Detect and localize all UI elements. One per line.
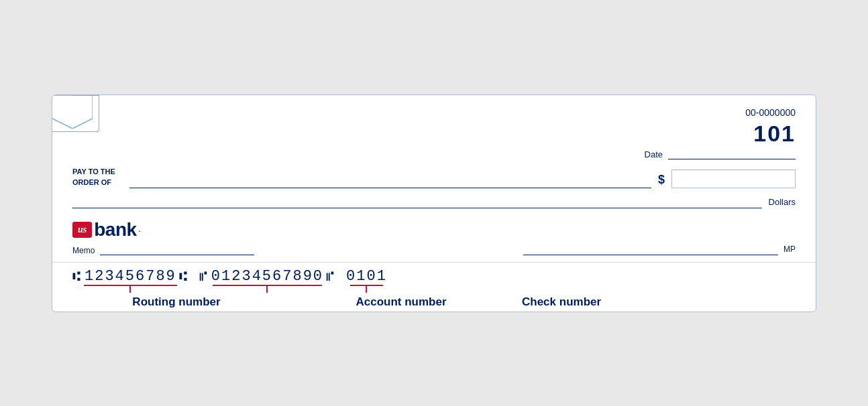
date-line: [668, 159, 796, 159]
dollar-sign: $: [658, 173, 665, 187]
account-end-symbol: ⑈: [326, 268, 335, 284]
usbank-logo: us bank.: [72, 219, 796, 241]
check-num-micr-digits: 0101: [346, 268, 387, 285]
amount-box: [671, 170, 796, 188]
bank-id: 00-0000000: [745, 107, 796, 118]
check: 00-0000000 101 Date PAY TO THE ORDER OF …: [52, 94, 816, 312]
routing-micr-group: ⑆ 123456789 ⑆: [72, 268, 188, 293]
pay-to-label: PAY TO THE ORDER OF: [72, 166, 123, 188]
account-start-symbol: ⑈: [199, 268, 209, 284]
routing-label: Routing number: [72, 295, 280, 309]
bank-text: bank: [94, 219, 136, 241]
payee-line: [129, 174, 651, 188]
check-number: 101: [753, 121, 796, 147]
account-label: Account number: [280, 295, 522, 309]
check-number-label: Check number: [522, 295, 601, 309]
routing-start-symbol: ⑆: [72, 268, 82, 284]
stub-icon: [52, 95, 93, 129]
account-digits: 01234567890: [211, 268, 323, 285]
logo-dot: .: [139, 226, 141, 233]
mp-label: MP: [783, 245, 796, 254]
check-micr-group: 0101: [346, 268, 387, 293]
dollars-label: Dollars: [769, 197, 796, 207]
account-micr-group: ⑈ 01234567890 ⑈: [199, 268, 335, 293]
routing-digits: 123456789: [85, 268, 176, 285]
routing-end-symbol: ⑆: [179, 268, 188, 284]
shield-logo: us: [72, 222, 92, 238]
signature-line: [523, 243, 778, 255]
memo-label: Memo: [72, 246, 95, 255]
date-label: Date: [645, 149, 663, 159]
micr-section: ⑆ 123456789 ⑆ ⑈ 01234567890 ⑈: [52, 262, 816, 312]
written-amount-line: [72, 194, 762, 208]
memo-line: [100, 243, 254, 255]
